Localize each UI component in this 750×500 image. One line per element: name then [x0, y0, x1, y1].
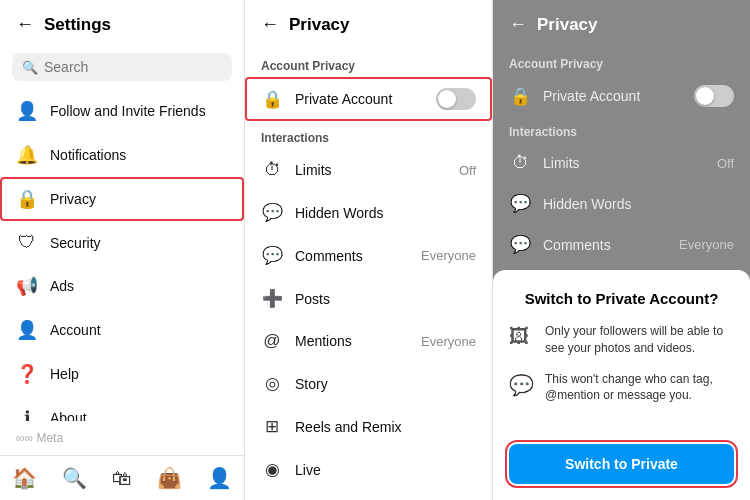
right-limits-item[interactable]: ⏱ Limits Off	[493, 143, 750, 183]
settings-title: Settings	[44, 15, 111, 35]
search-icon: 🔍	[22, 60, 38, 75]
limits-label: Limits	[295, 162, 447, 178]
right-account-privacy-label: Account Privacy	[493, 49, 750, 75]
settings-item-follow[interactable]: 👤 Follow and Invite Friends	[0, 89, 244, 133]
settings-item-help[interactable]: ❓ Help	[0, 352, 244, 396]
account-privacy-label: Account Privacy	[245, 49, 492, 77]
settings-panel: ← Settings 🔍 👤 Follow and Invite Friends…	[0, 0, 245, 500]
settings-item-security[interactable]: 🛡 Security	[0, 221, 244, 264]
account-icon: 👤	[16, 319, 38, 341]
right-hidden-words-label: Hidden Words	[543, 196, 734, 212]
comments-label: Comments	[295, 248, 409, 264]
privacy-hidden-words-item[interactable]: 💬 Hidden Words	[245, 191, 492, 234]
privacy-header: ← Privacy	[245, 0, 492, 49]
nav-home-icon[interactable]: 🏠	[12, 466, 37, 490]
settings-item-privacy[interactable]: 🔒 Privacy	[0, 177, 244, 221]
right-interactions-label: Interactions	[493, 117, 750, 143]
right-limits-value: Off	[717, 156, 734, 171]
ads-icon: 📢	[16, 275, 38, 297]
privacy-back-arrow[interactable]: ←	[261, 14, 279, 35]
limits-value: Off	[459, 163, 476, 178]
notifications-icon: 🔔	[16, 144, 38, 166]
right-privacy-back-arrow[interactable]: ←	[509, 14, 527, 35]
privacy-mentions-item[interactable]: @ Mentions Everyone	[245, 320, 492, 362]
comments-icon: 💬	[261, 245, 283, 266]
right-privacy-header: ← Privacy	[493, 0, 750, 49]
right-comments-value: Everyone	[679, 237, 734, 252]
story-icon: ◎	[261, 373, 283, 394]
private-account-toggle[interactable]	[436, 88, 476, 110]
dialog-tag-icon: 💬	[509, 373, 533, 397]
right-privacy-title: Privacy	[537, 15, 598, 35]
switch-to-private-button[interactable]: Switch to Private	[509, 444, 734, 484]
dialog-photos-icon: 🖼	[509, 325, 533, 348]
posts-label: Posts	[295, 291, 476, 307]
privacy-posts-item[interactable]: ➕ Posts	[245, 277, 492, 320]
reels-icon: ⊞	[261, 416, 283, 437]
nav-search-icon[interactable]: 🔍	[62, 466, 87, 490]
settings-item-about-label: About	[50, 410, 87, 421]
privacy-comments-item[interactable]: 💬 Comments Everyone	[245, 234, 492, 277]
switch-to-private-dialog: Switch to Private Account? 🖼 Only your f…	[493, 270, 750, 500]
interactions-label: Interactions	[245, 121, 492, 149]
privacy-live-item[interactable]: ◉ Live	[245, 448, 492, 491]
live-icon: ◉	[261, 459, 283, 480]
right-private-account-label: Private Account	[543, 88, 682, 104]
nav-profile-icon[interactable]: 👤	[207, 466, 232, 490]
settings-item-help-label: Help	[50, 366, 79, 382]
comments-value: Everyone	[421, 248, 476, 263]
privacy-panel: ← Privacy Account Privacy 🔒 Private Acco…	[245, 0, 493, 500]
settings-item-follow-label: Follow and Invite Friends	[50, 103, 206, 119]
privacy-reels-item[interactable]: ⊞ Reels and Remix	[245, 405, 492, 448]
settings-item-about[interactable]: ℹ About	[0, 396, 244, 421]
settings-item-ads-label: Ads	[50, 278, 74, 294]
hidden-words-label: Hidden Words	[295, 205, 476, 221]
about-icon: ℹ	[16, 407, 38, 421]
settings-item-security-label: Security	[50, 235, 101, 251]
privacy-limits-item[interactable]: ⏱ Limits Off	[245, 149, 492, 191]
right-limits-icon: ⏱	[509, 153, 531, 173]
settings-item-notifications-label: Notifications	[50, 147, 126, 163]
right-privacy-panel: ← Privacy Account Privacy 🔒 Private Acco…	[493, 0, 750, 500]
meta-label: ∞∞ Meta	[0, 421, 244, 455]
settings-item-notifications[interactable]: 🔔 Notifications	[0, 133, 244, 177]
story-label: Story	[295, 376, 476, 392]
settings-bottom-nav: 🏠 🔍 🛍 👜 👤	[0, 455, 244, 500]
privacy-title: Privacy	[289, 15, 350, 35]
limits-icon: ⏱	[261, 160, 283, 180]
private-account-item[interactable]: 🔒 Private Account	[245, 77, 492, 121]
nav-bag-icon[interactable]: 👜	[157, 466, 182, 490]
dialog-title: Switch to Private Account?	[509, 290, 734, 307]
hidden-words-icon: 💬	[261, 202, 283, 223]
right-hidden-words-item[interactable]: 💬 Hidden Words	[493, 183, 750, 224]
mentions-icon: @	[261, 331, 283, 351]
settings-list: 👤 Follow and Invite Friends 🔔 Notificati…	[0, 89, 244, 421]
right-private-account-toggle[interactable]	[694, 85, 734, 107]
privacy-story-item[interactable]: ◎ Story	[245, 362, 492, 405]
settings-item-account[interactable]: 👤 Account	[0, 308, 244, 352]
right-private-account-item[interactable]: 🔒 Private Account	[493, 75, 750, 117]
settings-item-ads[interactable]: 📢 Ads	[0, 264, 244, 308]
search-input[interactable]	[44, 59, 222, 75]
security-icon: 🛡	[16, 232, 38, 253]
dialog-photos-text: Only your followers will be able to see …	[545, 323, 734, 357]
mentions-value: Everyone	[421, 334, 476, 349]
private-account-label: Private Account	[295, 91, 424, 107]
dialog-item-photos: 🖼 Only your followers will be able to se…	[509, 323, 734, 357]
dialog-item-tag: 💬 This won't change who can tag, @mentio…	[509, 371, 734, 405]
dialog-tag-text: This won't change who can tag, @mention …	[545, 371, 734, 405]
search-box[interactable]: 🔍	[12, 53, 232, 81]
settings-item-privacy-label: Privacy	[50, 191, 96, 207]
help-icon: ❓	[16, 363, 38, 385]
settings-back-arrow[interactable]: ←	[16, 14, 34, 35]
privacy-icon: 🔒	[16, 188, 38, 210]
mentions-label: Mentions	[295, 333, 409, 349]
posts-icon: ➕	[261, 288, 283, 309]
right-limits-label: Limits	[543, 155, 705, 171]
right-comments-item[interactable]: 💬 Comments Everyone	[493, 224, 750, 265]
right-hidden-words-icon: 💬	[509, 193, 531, 214]
nav-shop-icon[interactable]: 🛍	[112, 467, 132, 490]
right-comments-icon: 💬	[509, 234, 531, 255]
settings-header: ← Settings	[0, 0, 244, 49]
right-comments-label: Comments	[543, 237, 667, 253]
